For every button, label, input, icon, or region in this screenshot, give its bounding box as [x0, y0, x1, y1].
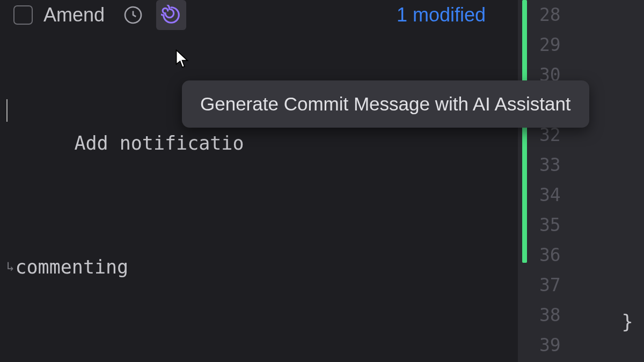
- wrap-indicator-icon: ↳: [6, 256, 14, 278]
- text-cursor: [6, 99, 8, 122]
- ai-spiral-icon: [161, 5, 181, 25]
- line-number: 33: [539, 150, 644, 180]
- change-marker[interactable]: [522, 0, 527, 263]
- amend-label: Amend: [43, 4, 105, 26]
- ai-generate-button[interactable]: [156, 0, 186, 30]
- line-number: 37: [539, 270, 644, 300]
- commit-toolbar: Amend 1 modified: [0, 0, 518, 30]
- line-number: 28: [539, 0, 644, 30]
- amend-checkbox[interactable]: [13, 5, 33, 25]
- editor-gutter: 28 29 30 31 32 33 34 35 36 37 38 39 }: [518, 0, 644, 362]
- ai-generate-tooltip: Generate Commit Message with AI Assistan…: [182, 80, 589, 128]
- blank-line: [6, 345, 507, 363]
- line-number: 39: [539, 330, 644, 360]
- commit-subject-wrap: ↳commenting: [6, 252, 507, 283]
- code-brace: }: [621, 311, 633, 333]
- history-icon: [123, 5, 143, 25]
- line-numbers: 28 29 30 31 32 33 34 35 36 37 38 39: [518, 0, 644, 360]
- line-number: 36: [539, 240, 644, 270]
- commit-panel: Amend 1 modified Add notificatio ↳commen…: [0, 0, 518, 362]
- commit-subject-text: Add notificatio: [74, 132, 244, 154]
- modified-files-link[interactable]: 1 modified: [397, 4, 504, 26]
- line-number: 34: [539, 180, 644, 210]
- line-number: 35: [539, 210, 644, 240]
- line-number: 29: [539, 30, 644, 60]
- history-button[interactable]: [121, 3, 145, 27]
